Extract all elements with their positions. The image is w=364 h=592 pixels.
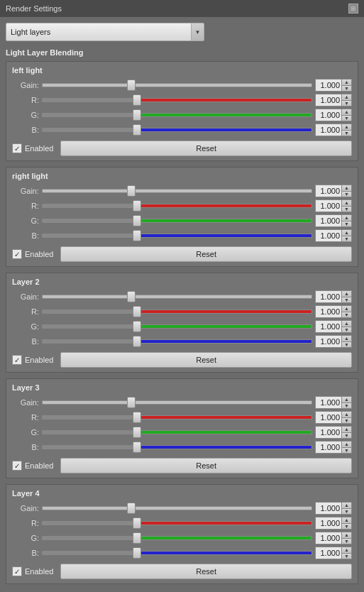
spinner-down-gain-layer-3[interactable]: ▼ [342, 403, 351, 409]
spinner-down-g-right-light[interactable]: ▼ [342, 221, 351, 227]
value-box-b-layer-4[interactable]: 1.000 [315, 547, 342, 559]
spinner-up-gain-layer-2[interactable]: ▲ [342, 291, 351, 297]
slider-thumb-g-layer-2[interactable] [133, 321, 141, 332]
value-spinner-b-left-light[interactable]: ▲ ▼ [342, 124, 352, 136]
spinner-down-g-layer-2[interactable]: ▼ [342, 327, 351, 333]
spinner-up-r-layer-4[interactable]: ▲ [342, 517, 351, 524]
slider-track-wrap-b-layer-3[interactable] [42, 442, 312, 452]
reset-button-layer-4[interactable]: Reset [60, 564, 352, 579]
reset-button-layer-3[interactable]: Reset [60, 458, 352, 473]
value-spinner-gain-left-light[interactable]: ▲ ▼ [342, 79, 352, 92]
reset-button-right-light[interactable]: Reset [60, 246, 352, 262]
spinner-up-r-left-light[interactable]: ▲ [342, 94, 351, 101]
reset-button-layer-2[interactable]: Reset [60, 352, 352, 368]
spinner-up-b-left-light[interactable]: ▲ [342, 124, 351, 131]
slider-thumb-b-layer-2[interactable] [133, 336, 141, 347]
value-spinner-b-layer-4[interactable]: ▲ ▼ [342, 547, 352, 559]
slider-track-wrap-r-left-light[interactable] [42, 95, 312, 105]
slider-track-wrap-b-layer-2[interactable] [42, 336, 312, 346]
slider-thumb-gain-left-light[interactable] [127, 80, 136, 91]
spinner-down-g-layer-3[interactable]: ▼ [342, 433, 351, 439]
spinner-up-r-layer-2[interactable]: ▲ [342, 306, 351, 312]
slider-thumb-g-left-light[interactable] [133, 109, 141, 121]
spinner-up-r-layer-3[interactable]: ▲ [342, 412, 351, 418]
spinner-down-r-layer-3[interactable]: ▼ [342, 418, 351, 424]
slider-thumb-gain-layer-3[interactable] [127, 397, 136, 408]
value-spinner-gain-layer-2[interactable]: ▲ ▼ [342, 290, 352, 303]
reset-button-left-light[interactable]: Reset [60, 141, 352, 156]
value-spinner-g-layer-4[interactable]: ▲ ▼ [342, 532, 352, 544]
value-spinner-b-layer-3[interactable]: ▲ ▼ [342, 441, 352, 454]
value-spinner-g-right-light[interactable]: ▲ ▼ [342, 214, 352, 227]
spinner-down-b-right-light[interactable]: ▼ [342, 236, 351, 242]
slider-thumb-r-layer-2[interactable] [133, 306, 141, 317]
spinner-up-g-layer-4[interactable]: ▲ [342, 532, 351, 539]
spinner-down-gain-right-light[interactable]: ▼ [342, 192, 351, 197]
spinner-down-b-layer-4[interactable]: ▼ [342, 554, 351, 559]
slider-thumb-gain-right-light[interactable] [127, 185, 136, 197]
spinner-up-b-layer-2[interactable]: ▲ [342, 336, 351, 342]
slider-thumb-b-right-light[interactable] [133, 230, 141, 241]
value-box-g-left-light[interactable]: 1.000 [315, 109, 342, 121]
spinner-up-b-layer-3[interactable]: ▲ [342, 442, 351, 448]
spinner-down-gain-left-light[interactable]: ▼ [342, 86, 351, 92]
slider-track-wrap-gain-layer-4[interactable] [42, 503, 312, 513]
value-box-gain-layer-3[interactable]: 1.000 [315, 396, 342, 409]
slider-track-wrap-b-layer-4[interactable] [42, 548, 312, 558]
slider-track-wrap-gain-layer-2[interactable] [42, 292, 312, 302]
value-box-r-layer-3[interactable]: 1.000 [315, 411, 342, 424]
value-spinner-b-layer-2[interactable]: ▲ ▼ [342, 335, 352, 348]
value-box-r-right-light[interactable]: 1.000 [315, 199, 342, 212]
light-layers-dropdown[interactable]: Light layers ▼ [6, 23, 204, 41]
spinner-down-g-layer-4[interactable]: ▼ [342, 539, 351, 544]
value-spinner-r-layer-4[interactable]: ▲ ▼ [342, 517, 352, 530]
slider-track-wrap-b-left-light[interactable] [42, 125, 312, 135]
value-spinner-r-layer-3[interactable]: ▲ ▼ [342, 411, 352, 424]
spinner-up-g-layer-2[interactable]: ▲ [342, 321, 351, 327]
slider-track-wrap-g-layer-3[interactable] [42, 427, 312, 437]
enabled-checkbox-layer-2[interactable]: ✓ [12, 355, 22, 365]
enabled-checkbox-right-light[interactable]: ✓ [12, 249, 22, 259]
slider-thumb-r-right-light[interactable] [133, 200, 141, 212]
spinner-up-b-right-light[interactable]: ▲ [342, 230, 351, 236]
spinner-up-gain-layer-3[interactable]: ▲ [342, 397, 351, 403]
value-box-gain-right-light[interactable]: 1.000 [315, 185, 342, 197]
slider-track-wrap-r-layer-4[interactable] [42, 518, 312, 528]
value-box-b-layer-3[interactable]: 1.000 [315, 441, 342, 454]
value-spinner-gain-layer-4[interactable]: ▲ ▼ [342, 502, 352, 515]
value-box-gain-left-light[interactable]: 1.000 [315, 79, 342, 92]
slider-thumb-r-left-light[interactable] [133, 94, 141, 106]
value-spinner-r-layer-2[interactable]: ▲ ▼ [342, 305, 352, 318]
value-spinner-r-left-light[interactable]: ▲ ▼ [342, 94, 352, 106]
value-box-b-layer-2[interactable]: 1.000 [315, 335, 342, 348]
slider-thumb-r-layer-3[interactable] [133, 412, 141, 423]
spinner-up-g-right-light[interactable]: ▲ [342, 215, 351, 221]
enabled-checkbox-layer-4[interactable]: ✓ [12, 566, 22, 576]
spinner-down-b-left-light[interactable]: ▼ [342, 131, 351, 136]
slider-thumb-gain-layer-2[interactable] [127, 291, 136, 302]
slider-thumb-g-layer-3[interactable] [133, 427, 141, 438]
value-box-b-left-light[interactable]: 1.000 [315, 124, 342, 136]
value-box-g-layer-3[interactable]: 1.000 [315, 426, 342, 439]
value-box-r-layer-4[interactable]: 1.000 [315, 517, 342, 530]
slider-thumb-r-layer-4[interactable] [133, 517, 141, 529]
value-spinner-g-left-light[interactable]: ▲ ▼ [342, 109, 352, 121]
slider-track-wrap-gain-right-light[interactable] [42, 186, 312, 196]
slider-thumb-b-layer-4[interactable] [133, 547, 141, 559]
slider-track-wrap-r-right-light[interactable] [42, 201, 312, 211]
value-box-g-right-light[interactable]: 1.000 [315, 214, 342, 227]
slider-thumb-gain-layer-4[interactable] [127, 503, 136, 514]
spinner-up-gain-layer-4[interactable]: ▲ [342, 503, 351, 509]
value-box-g-layer-4[interactable]: 1.000 [315, 532, 342, 544]
slider-track-wrap-r-layer-2[interactable] [42, 307, 312, 317]
value-spinner-g-layer-3[interactable]: ▲ ▼ [342, 426, 352, 439]
enabled-checkbox-left-light[interactable]: ✓ [12, 143, 22, 153]
slider-thumb-g-right-light[interactable] [133, 215, 141, 226]
spinner-up-g-layer-3[interactable]: ▲ [342, 427, 351, 433]
value-spinner-gain-right-light[interactable]: ▲ ▼ [342, 185, 352, 197]
enabled-checkbox-layer-3[interactable]: ✓ [12, 461, 22, 471]
slider-track-wrap-r-layer-3[interactable] [42, 412, 312, 422]
spinner-down-r-right-light[interactable]: ▼ [342, 207, 351, 212]
slider-track-wrap-gain-left-light[interactable] [42, 80, 312, 90]
spinner-down-b-layer-2[interactable]: ▼ [342, 342, 351, 348]
